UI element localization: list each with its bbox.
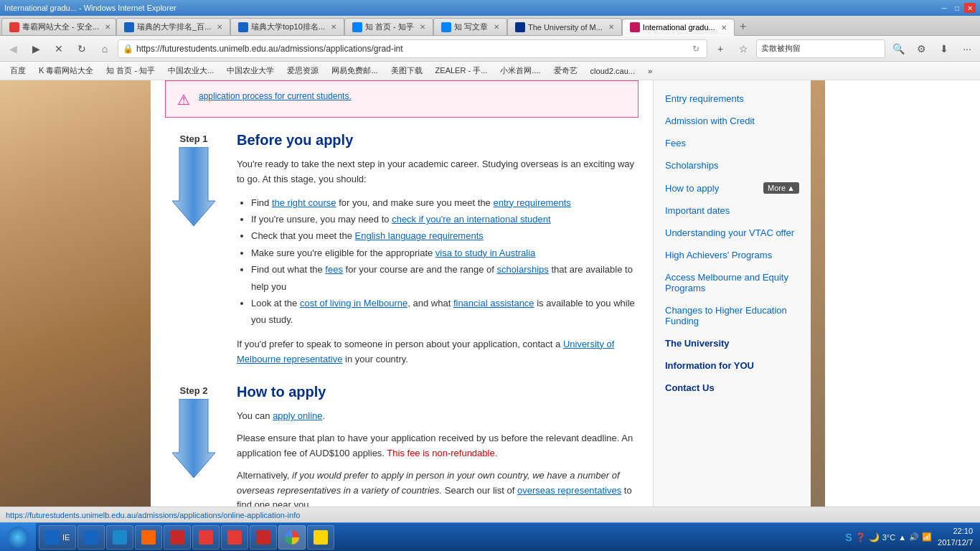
bookmark-caas2[interactable]: 中国农业大学 (221, 64, 280, 77)
right-course-link[interactable]: the right course (272, 197, 336, 208)
taskbar-ie[interactable]: IE (39, 525, 76, 550)
tray-arrow-icon[interactable]: ▲ (898, 533, 906, 542)
tab-3-close[interactable]: ✕ (331, 23, 336, 31)
search-icon[interactable]: 🔍 (888, 39, 908, 59)
fees-link[interactable]: fees (325, 264, 343, 275)
step2-para2: Alternatively, if you would prefer to ap… (237, 468, 639, 507)
tab-7[interactable]: International gradu... ✕ (622, 19, 735, 36)
tab-1[interactable]: 毒霸网站大全 - 安全... ✕ (1, 18, 116, 35)
warning-link[interactable]: application process for current students… (199, 91, 352, 101)
check-international-link[interactable]: check if you're an international student (392, 214, 550, 225)
back-button[interactable]: ◀ (3, 39, 23, 59)
sidebar-important-dates[interactable]: Important dates (654, 199, 811, 222)
page-content[interactable]: ⚠ application process for current studen… (151, 80, 980, 507)
taskbar-youdao[interactable] (192, 525, 220, 550)
minimize-button[interactable]: ─ (938, 3, 950, 13)
taskbar-thunder[interactable] (221, 525, 248, 550)
bookmark-meitu[interactable]: 美图下载 (385, 64, 428, 77)
taskbar-wps2-icon (256, 530, 270, 545)
tab-2-label: 瑞典的大学排名_百... (137, 22, 211, 32)
address-bar[interactable]: 🔒 https://futurestudents.unimelb.edu.au/… (118, 39, 707, 58)
clock-time: 22:10 (938, 526, 973, 537)
bookmark-zealer[interactable]: ZEALER - 手... (430, 64, 494, 77)
sidebar-higher-education[interactable]: Changes to Higher Education Funding (654, 299, 811, 332)
search-bar[interactable]: 卖散被拘留 (756, 39, 885, 58)
sidebar-entry-requirements[interactable]: Entry requirements (654, 88, 811, 110)
home-button[interactable]: ⌂ (95, 39, 115, 59)
sidebar-how-to-apply[interactable]: How to apply More ▲ (654, 176, 811, 199)
sidebar-the-university[interactable]: The University (654, 332, 811, 354)
tab-2[interactable]: 瑞典的大学排名_百... ✕ (116, 18, 230, 35)
bookmark-163mail[interactable]: 网易免费邮... (326, 64, 383, 77)
tab-5[interactable]: 知 写文章 ✕ (433, 18, 507, 35)
tab-5-close[interactable]: ✕ (494, 23, 499, 31)
sidebar-scholarships[interactable]: Scholarships (654, 154, 811, 176)
refresh-addr-button[interactable]: ↻ (689, 44, 702, 54)
bookmark-caas1[interactable]: 中国农业大... (162, 64, 220, 77)
favorites-button[interactable]: ☆ (733, 39, 753, 59)
sidebar-access-melbourne[interactable]: Access Melbourne and Equity Programs (654, 266, 811, 299)
tab-4-close[interactable]: ✕ (420, 23, 425, 31)
forward-button[interactable]: ▶ (26, 39, 46, 59)
refresh-button[interactable]: ↻ (72, 39, 92, 59)
add-favorites-button[interactable]: + (710, 39, 730, 59)
tab-7-close[interactable]: ✕ (721, 24, 727, 32)
visa-link[interactable]: visa to study in Australia (435, 248, 535, 258)
sidebar-high-achievers[interactable]: High Achievers' Programs (654, 244, 811, 266)
sidebar-admission-credit[interactable]: Admission with Credit (654, 110, 811, 132)
cost-living-link[interactable]: cost of living in Melbourne (300, 298, 407, 309)
taskbar-e2[interactable] (106, 525, 133, 550)
download-button[interactable]: ⬇ (934, 39, 954, 59)
financial-assistance-link[interactable]: financial assistance (453, 298, 534, 309)
bookmark-xiaomi[interactable]: 小米首网.... (494, 64, 546, 77)
stop-button[interactable]: ✕ (49, 39, 69, 59)
apply-online-link[interactable]: apply online (273, 410, 322, 421)
bookmark-baidu[interactable]: 百度 (4, 64, 32, 77)
taskbar-e[interactable] (77, 525, 105, 550)
start-button[interactable] (0, 523, 36, 552)
step2-arrow-icon (172, 399, 215, 478)
tools-button[interactable]: ⚙ (911, 39, 931, 59)
tab-4[interactable]: 知 首页 - 知乎 ✕ (344, 18, 433, 35)
maximize-button[interactable]: □ (951, 3, 963, 13)
sidebar-more-badge[interactable]: More ▲ (763, 182, 799, 194)
sidebar-contact-us[interactable]: Contact Us (654, 377, 811, 399)
sidebar-fees[interactable]: Fees (654, 132, 811, 154)
entry-requirements-link[interactable]: entry requirements (493, 197, 570, 208)
tray-question-icon[interactable]: ❓ (855, 532, 866, 542)
clock[interactable]: 22:10 2017/12/7 (938, 526, 973, 548)
more-tools-button[interactable]: ··· (957, 39, 977, 59)
tab-3-label: 瑞典大学top10排名... (251, 22, 325, 32)
close-button[interactable]: ✕ (964, 3, 976, 13)
tray-volume-icon[interactable]: 🔊 (909, 532, 919, 542)
warning-banner: ⚠ application process for current studen… (165, 80, 639, 118)
taskbar-files[interactable] (307, 525, 334, 550)
overseas-reps-link[interactable]: overseas representatives (517, 485, 621, 496)
taskbar-wps2[interactable] (250, 525, 277, 550)
bullet-2: If you're unsure, you may need to check … (251, 211, 639, 227)
bookmark-cloud2[interactable]: cloud2.cau... (585, 65, 641, 77)
taskbar-chrome[interactable] (278, 525, 306, 550)
bookmark-iqiyi[interactable]: 爱奇艺 (548, 64, 583, 77)
bookmark-zhihu[interactable]: 知 首页 - 知乎 (100, 64, 161, 77)
sidebar-vtac-offer[interactable]: Understanding your VTAC offer (654, 222, 811, 244)
tray-network-icon[interactable]: 📶 (922, 532, 932, 542)
left-decorative-panel (0, 80, 151, 507)
status-url[interactable]: https://futurestudents.unimelb.edu.au/ad… (6, 511, 300, 519)
taskbar-media[interactable] (135, 525, 162, 550)
sidebar-info-for-you[interactable]: Information for YOU (654, 354, 811, 377)
bookmark-duba[interactable]: K 毒霸网站大全 (33, 64, 99, 77)
bookmark-more[interactable]: » (642, 65, 658, 77)
tab-3-favicon (238, 22, 248, 32)
content-area: ⚠ application process for current studen… (0, 80, 980, 507)
tab-2-close[interactable]: ✕ (217, 23, 222, 31)
tab-6-close[interactable]: ✕ (608, 23, 614, 31)
tab-3[interactable]: 瑞典大学top10排名... ✕ (230, 18, 344, 35)
english-requirements-link[interactable]: English language requirements (355, 230, 484, 241)
taskbar-wps[interactable] (164, 525, 191, 550)
new-tab-button[interactable]: + (735, 18, 752, 35)
scholarships-link[interactable]: scholarships (497, 264, 549, 275)
tab-6[interactable]: The University of M... ✕ (507, 18, 622, 35)
bookmark-aisixiang[interactable]: 爱思资源 (281, 64, 324, 77)
tab-1-close[interactable]: ✕ (105, 23, 110, 31)
